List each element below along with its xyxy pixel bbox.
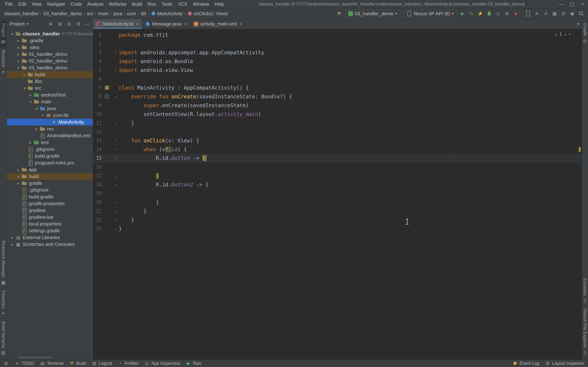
code-editor[interactable]: 1package com.ttit23▾import androidx.appc…: [93, 29, 582, 359]
code-line[interactable]: 4import android.os.Bundle: [93, 57, 582, 66]
status-app-inspection[interactable]: ◎App Inspection: [144, 361, 181, 366]
breadcrumb-item[interactable]: src: [86, 10, 95, 17]
project-tree-row[interactable]: AndroidManifest.xml: [7, 132, 93, 139]
line-number[interactable]: 3: [93, 50, 102, 55]
code-line[interactable]: 23▴}: [93, 224, 582, 233]
settings-button[interactable]: ⚙: [76, 21, 81, 27]
code-line[interactable]: 10 setContentView(R.layout.activity_main…: [93, 110, 582, 118]
line-number[interactable]: 11: [93, 120, 102, 126]
code-line[interactable]: 11▴ }: [93, 118, 582, 127]
tree-chevron-icon[interactable]: ▸: [16, 39, 21, 43]
line-number[interactable]: 7: [93, 85, 102, 91]
sync-gradle-button[interactable]: ↺: [542, 9, 550, 18]
menu-tools[interactable]: Tools: [159, 0, 175, 8]
project-tree-row[interactable]: ▸▤External Libraries: [7, 234, 93, 241]
run-button[interactable]: ▶: [459, 9, 467, 18]
project-view-selector[interactable]: Project ▾: [10, 21, 28, 27]
project-tree-row[interactable]: ▸build: [7, 71, 93, 78]
line-number[interactable]: 23: [93, 226, 102, 231]
project-horizontal-scrollbar[interactable]: [17, 357, 52, 358]
menu-help[interactable]: Help: [212, 0, 227, 8]
tree-chevron-icon[interactable]: ▸: [27, 140, 34, 145]
search-button[interactable]: [577, 9, 585, 18]
debug-button[interactable]: [485, 9, 493, 18]
project-tree-row[interactable]: ▸02_handler_demo: [7, 58, 93, 64]
hide-button[interactable]: —: [85, 21, 90, 27]
project-tree-row[interactable]: libs: [7, 78, 93, 85]
code-line[interactable]: 20▴ }: [93, 198, 582, 207]
project-tree-row[interactable]: local.properties: [7, 221, 93, 227]
status-logcat[interactable]: ▥Logcat: [92, 361, 112, 366]
tab-close-icon[interactable]: ×: [239, 21, 242, 27]
fold-marker-icon[interactable]: ▴: [112, 68, 119, 72]
code-line[interactable]: 22▴ }: [93, 216, 582, 224]
project-tree-row[interactable]: CMainActivity: [7, 119, 93, 125]
line-number[interactable]: 4: [93, 58, 102, 64]
line-number[interactable]: 13: [93, 138, 102, 143]
line-number[interactable]: 17: [93, 173, 102, 179]
project-tree-row[interactable]: gradlew.bat: [7, 214, 93, 221]
menu-refactor[interactable]: Refactor: [106, 0, 129, 8]
line-number[interactable]: 5: [93, 67, 102, 73]
project-tree-row[interactable]: ▸01_handler_demo: [7, 51, 93, 58]
code-line[interactable]: 2: [93, 39, 582, 48]
tree-chevron-icon[interactable]: ▾: [27, 100, 34, 104]
fold-marker-icon[interactable]: ▴: [112, 218, 119, 222]
tree-chevron-icon[interactable]: ▾: [21, 86, 27, 91]
fold-marker-icon[interactable]: ▴: [112, 209, 119, 213]
fold-marker-icon[interactable]: ▴: [112, 174, 119, 178]
run-configuration-selector[interactable]: 03_handler_demo▾: [346, 10, 400, 18]
expand-all-button[interactable]: ⊞: [57, 21, 62, 27]
code-line[interactable]: 16: [93, 163, 582, 171]
breadcrumb-item[interactable]: ttit: [140, 10, 147, 17]
project-tree-row[interactable]: ▸gradle: [7, 180, 93, 187]
project-tree-row[interactable]: ▾03_handler_demo: [7, 64, 93, 71]
line-number[interactable]: 16: [93, 164, 102, 170]
tool-stripe-gradle[interactable]: Gradle◎: [582, 21, 588, 46]
fold-marker-icon[interactable]: ▾: [112, 183, 119, 186]
line-number[interactable]: 9: [93, 103, 102, 108]
project-tree-row[interactable]: build.gradle: [7, 193, 93, 200]
fold-marker-icon[interactable]: ▾: [112, 157, 119, 160]
apply-changes-button[interactable]: ↻: [467, 9, 476, 18]
tree-chevron-icon[interactable]: ▾: [40, 113, 46, 118]
code-line[interactable]: 9 super.onCreate(savedInstanceState): [93, 101, 582, 110]
line-number[interactable]: 19: [93, 191, 102, 196]
line-number[interactable]: 1: [93, 32, 102, 38]
menu-edit[interactable]: Edit: [16, 0, 29, 8]
tree-chevron-icon[interactable]: ▸: [27, 93, 34, 97]
editor-tab-message-java[interactable]: CMessage.java×: [142, 19, 190, 29]
code-line[interactable]: 1package com.ttit: [93, 30, 582, 39]
fold-marker-icon[interactable]: ▴: [112, 121, 119, 125]
status-layout-inspector[interactable]: ⊞Layout Inspector: [545, 361, 585, 366]
window-maximize-button[interactable]: ▢: [567, 0, 577, 8]
code-line[interactable]: 13▾ fun onClick(v: View) {: [93, 136, 582, 145]
line-number[interactable]: 6: [93, 76, 102, 82]
editor-tab-activity-main-xml[interactable]: <>activity_main.xml×: [190, 19, 245, 29]
project-tree-row[interactable]: ▾main: [7, 98, 93, 105]
project-tree-row[interactable]: ▸app: [7, 166, 93, 173]
line-number[interactable]: 2: [93, 41, 102, 46]
menu-view[interactable]: View: [29, 0, 44, 8]
editor-tab-mainactivity-kt[interactable]: KMainActivity.kt×: [93, 19, 142, 29]
window-close-button[interactable]: ×: [577, 0, 588, 8]
tool-stripe-project[interactable]: Project▤: [0, 21, 6, 47]
status-run[interactable]: ▶Run: [186, 361, 201, 366]
line-number[interactable]: 14: [93, 147, 102, 152]
menu-file[interactable]: File: [3, 0, 16, 8]
collapse-all-button[interactable]: ⊟: [67, 21, 72, 27]
breadcrumb-item[interactable]: 03_handler_demo: [43, 10, 83, 17]
line-number[interactable]: 10: [93, 111, 102, 117]
locate-button[interactable]: ⊕: [48, 21, 53, 27]
code-line[interactable]: 6: [93, 75, 582, 83]
profile-button[interactable]: ◷: [494, 9, 502, 18]
breadcrumb-item[interactable]: java: [112, 10, 123, 17]
window-minimize-button[interactable]: —: [556, 0, 567, 8]
line-number[interactable]: 15: [93, 155, 102, 161]
notifications-button[interactable]: ◉: [568, 9, 576, 18]
line-number[interactable]: 21: [93, 208, 102, 214]
line-number[interactable]: 8: [93, 94, 102, 99]
project-tree-row[interactable]: ▾java: [7, 105, 93, 112]
menu-build[interactable]: Build: [129, 0, 145, 8]
project-tree-row[interactable]: gradle.properties: [7, 200, 93, 207]
